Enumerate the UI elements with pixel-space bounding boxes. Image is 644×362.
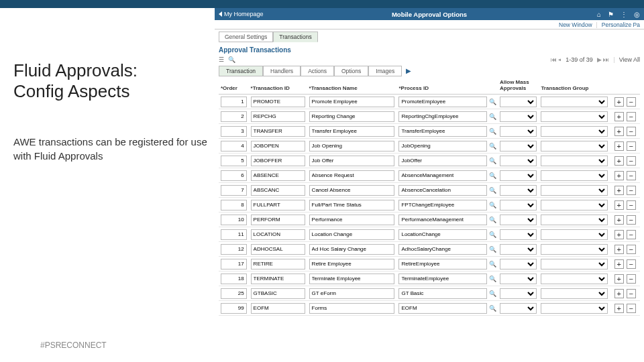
delete-row-button[interactable]: − [627, 245, 636, 254]
delete-row-button[interactable]: − [627, 215, 636, 225]
add-row-button[interactable]: + [614, 156, 624, 166]
transaction-group-select[interactable] [541, 170, 608, 181]
add-row-button[interactable]: + [614, 304, 624, 313]
personalize-link[interactable]: Personalize Pa [602, 21, 640, 28]
transaction-name-input[interactable] [309, 185, 395, 196]
allow-mass-select[interactable] [500, 303, 537, 314]
transaction-group-select[interactable] [541, 244, 608, 255]
transaction-name-input[interactable] [309, 259, 395, 269]
order-input[interactable] [221, 97, 247, 107]
add-row-button[interactable]: + [614, 259, 624, 269]
allow-mass-select[interactable] [500, 97, 537, 107]
order-input[interactable] [221, 274, 247, 284]
transaction-group-select[interactable] [541, 229, 608, 240]
delete-row-button[interactable]: − [627, 97, 636, 107]
subtab-options[interactable]: Options [334, 66, 368, 76]
transaction-id-input[interactable] [251, 200, 305, 210]
lookup-icon[interactable]: 🔍 [489, 261, 496, 267]
allow-mass-select[interactable] [500, 156, 537, 166]
order-input[interactable] [221, 156, 247, 166]
flag-icon[interactable]: ⚑ [608, 11, 614, 18]
lookup-icon[interactable]: 🔍 [489, 276, 496, 282]
allow-mass-select[interactable] [500, 126, 537, 137]
subtab-images[interactable]: Images [368, 66, 402, 76]
transaction-name-input[interactable] [309, 244, 395, 255]
transaction-group-select[interactable] [541, 200, 608, 210]
lookup-icon[interactable]: 🔍 [489, 217, 496, 223]
transaction-id-input[interactable] [251, 303, 305, 314]
new-window-link[interactable]: New Window [559, 21, 592, 28]
grid-search-icon[interactable]: 🔍 [228, 56, 235, 63]
pager-first-icon[interactable]: ⏮ [551, 56, 557, 63]
process-id-input[interactable] [398, 244, 487, 255]
delete-row-button[interactable]: − [627, 156, 636, 166]
transaction-name-input[interactable] [309, 215, 395, 225]
order-input[interactable] [221, 259, 247, 269]
add-row-button[interactable]: + [614, 112, 624, 121]
order-input[interactable] [221, 200, 247, 210]
allow-mass-select[interactable] [500, 288, 537, 299]
process-id-input[interactable] [398, 126, 487, 137]
process-id-input[interactable] [398, 288, 487, 299]
process-id-input[interactable] [398, 215, 487, 225]
add-row-button[interactable]: + [614, 171, 624, 180]
allow-mass-select[interactable] [500, 200, 537, 210]
add-row-button[interactable]: + [614, 230, 624, 239]
transaction-id-input[interactable] [251, 288, 305, 299]
allow-mass-select[interactable] [500, 274, 537, 284]
transaction-name-input[interactable] [309, 141, 395, 152]
transaction-id-input[interactable] [251, 111, 305, 122]
add-row-button[interactable]: + [614, 215, 624, 225]
delete-row-button[interactable]: − [627, 259, 636, 269]
add-row-button[interactable]: + [614, 141, 624, 151]
lookup-icon[interactable]: 🔍 [489, 187, 496, 194]
transaction-group-select[interactable] [541, 274, 608, 284]
transaction-id-input[interactable] [251, 170, 305, 181]
allow-mass-select[interactable] [500, 170, 537, 181]
transaction-id-input[interactable] [251, 185, 305, 196]
add-row-button[interactable]: + [614, 186, 624, 195]
lookup-icon[interactable]: 🔍 [489, 113, 496, 120]
allow-mass-select[interactable] [500, 141, 537, 152]
lookup-icon[interactable]: 🔍 [489, 305, 496, 312]
transaction-name-input[interactable] [309, 274, 395, 284]
add-row-button[interactable]: + [614, 97, 624, 107]
transaction-id-input[interactable] [251, 97, 305, 107]
grid-settings-icon[interactable]: ☰ [219, 56, 224, 63]
allow-mass-select[interactable] [500, 215, 537, 225]
process-id-input[interactable] [398, 200, 487, 210]
allow-mass-select[interactable] [500, 244, 537, 255]
nav-icon[interactable]: ◎ [634, 11, 640, 18]
delete-row-button[interactable]: − [627, 304, 636, 313]
tab-transactions[interactable]: Transactions [273, 32, 317, 42]
lookup-icon[interactable]: 🔍 [489, 99, 496, 105]
transaction-name-input[interactable] [309, 288, 395, 299]
subtab-transaction[interactable]: Transaction [219, 66, 263, 76]
tab-general-settings[interactable]: General Settings [219, 32, 273, 42]
order-input[interactable] [221, 170, 247, 181]
process-id-input[interactable] [398, 170, 487, 181]
lookup-icon[interactable]: 🔍 [489, 128, 496, 135]
lookup-icon[interactable]: 🔍 [489, 158, 496, 164]
subtab-actions[interactable]: Actions [301, 66, 334, 76]
transaction-name-input[interactable] [309, 303, 395, 314]
process-id-input[interactable] [398, 97, 487, 107]
process-id-input[interactable] [398, 229, 487, 240]
transaction-id-input[interactable] [251, 126, 305, 137]
transaction-id-input[interactable] [251, 156, 305, 166]
pager-next-icon[interactable]: ▶ [597, 56, 602, 63]
transaction-id-input[interactable] [251, 274, 305, 284]
order-input[interactable] [221, 141, 247, 152]
delete-row-button[interactable]: − [627, 141, 636, 151]
order-input[interactable] [221, 126, 247, 137]
transaction-group-select[interactable] [541, 303, 608, 314]
order-input[interactable] [221, 303, 247, 314]
add-row-button[interactable]: + [614, 200, 624, 210]
order-input[interactable] [221, 229, 247, 240]
transaction-group-select[interactable] [541, 97, 608, 107]
transaction-group-select[interactable] [541, 215, 608, 225]
transaction-group-select[interactable] [541, 126, 608, 137]
lookup-icon[interactable]: 🔍 [489, 202, 496, 208]
view-all-link[interactable]: View All [619, 56, 640, 63]
pager-prev-icon[interactable]: ◀ [558, 56, 561, 63]
